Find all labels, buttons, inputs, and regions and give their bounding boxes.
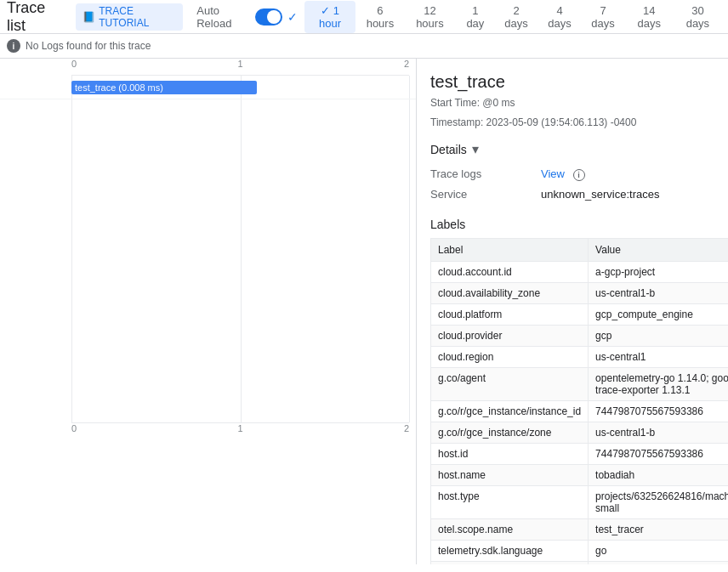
details-header[interactable]: Details ▾: [430, 141, 714, 157]
label-cell: cloud.account.id: [431, 261, 589, 282]
value-cell: us-central1-b: [589, 422, 728, 443]
table-row: cloud.platformgcp_compute_engine: [431, 303, 729, 325]
book-icon: 📘: [82, 11, 95, 23]
check-icon: ✓: [321, 4, 333, 17]
service-label: Service: [430, 188, 541, 201]
info-icon: i: [7, 39, 20, 53]
axis-top-label-0: 0: [71, 59, 77, 69]
trace-timestamp: Timestamp: 2023-05-09 (19:54:06.113) -04…: [430, 115, 714, 131]
value-cell: gcp_compute_engine: [589, 303, 728, 325]
labels-table-body: cloud.account.ida-gcp-projectcloud.avail…: [431, 261, 729, 564]
time-btn-2days[interactable]: 2 days: [496, 1, 537, 33]
chart-grid-line-2: [409, 99, 410, 422]
trace-logs-info-icon[interactable]: i: [573, 169, 585, 181]
label-cell: g.co/r/gce_instance/instance_id: [431, 400, 589, 422]
chart-grid-lines: [71, 99, 409, 422]
label-cell: cloud.platform: [431, 303, 589, 325]
chevron-down-icon: ▾: [472, 141, 479, 157]
trace-logs-value: View i: [541, 167, 714, 181]
time-btn-4days[interactable]: 4 days: [539, 1, 581, 33]
trace-bar-area: test_trace (0.008 ms): [71, 76, 409, 99]
time-btn-30days[interactable]: 30 days: [674, 1, 721, 33]
time-btn-14days[interactable]: 14 days: [626, 1, 673, 33]
label-cell: g.co/agent: [431, 367, 589, 400]
main-content: 0 1 2 test_trace (0.008 ms): [0, 59, 728, 564]
time-btn-1hour[interactable]: ✓ 1 hour: [304, 1, 355, 33]
table-row: cloud.availability_zoneus-central1-b: [431, 282, 729, 303]
value-cell: projects/632526624816/machineTypes/e2-sm…: [589, 485, 728, 518]
left-panel: 0 1 2 test_trace (0.008 ms): [0, 59, 417, 564]
time-btn-6hours[interactable]: 6 hours: [357, 1, 402, 33]
trace-bar-label: test_trace (0.008 ms): [75, 82, 163, 93]
value-cell: a-gcp-project: [589, 261, 728, 282]
trace-logs-link[interactable]: View: [541, 167, 565, 180]
time-btn-12hours[interactable]: 12 hours: [405, 1, 456, 33]
label-cell: telemetry.sdk.language: [431, 540, 589, 561]
table-row: g.co/r/gce_instance/instance_id744798707…: [431, 400, 729, 422]
labels-section: Labels Label Value cloud.account.ida-gcp…: [430, 218, 714, 564]
checkmark-icon: ✓: [287, 10, 298, 24]
right-panel: test_trace Start Time: @0 ms Timestamp: …: [417, 59, 728, 564]
value-cell: test_tracer: [589, 518, 728, 540]
labels-table-head: Label Value: [431, 238, 729, 261]
trace-name: test_trace: [430, 72, 714, 92]
page-title: Trace list: [7, 0, 62, 35]
value-cell: go: [589, 540, 728, 561]
time-btn-1day[interactable]: 1 day: [457, 1, 493, 33]
table-row: otel.scope.nametest_tracer: [431, 518, 729, 540]
label-cell: telemetry.sdk.name: [431, 561, 589, 564]
value-cell: gcp: [589, 325, 728, 346]
table-row: g.co/agentopentelemetry-go 1.14.0; googl…: [431, 367, 729, 400]
value-cell: us-central1: [589, 346, 728, 367]
trace-tutorial-badge[interactable]: 📘 TRACE TUTORIAL: [76, 3, 183, 31]
label-cell: host.type: [431, 485, 589, 518]
label-cell: g.co/r/gce_instance/zone: [431, 422, 589, 443]
col-header-value: Value: [589, 238, 728, 261]
axis-bottom-label-1: 1: [237, 423, 242, 433]
trace-bar[interactable]: test_trace (0.008 ms): [71, 81, 257, 94]
table-row: cloud.providergcp: [431, 325, 729, 346]
time-buttons-group: ✓ 1 hour 6 hours 12 hours 1 day 2 days 4…: [304, 1, 721, 33]
axis-bottom-label-0: 0: [71, 423, 77, 433]
service-value: unknown_service:traces: [541, 188, 714, 201]
axis-bottom-label-2: 2: [404, 423, 409, 433]
value-cell: 7447987075567593386: [589, 443, 728, 464]
labels-title: Labels: [430, 218, 714, 231]
label-cell: cloud.provider: [431, 325, 589, 346]
label-cell: otel.scope.name: [431, 518, 589, 540]
value-cell: tobadiah: [589, 464, 728, 485]
time-btn-7days[interactable]: 7 days: [583, 1, 624, 33]
tutorial-label: TRACE TUTORIAL: [99, 5, 176, 29]
value-cell: opentelemetry: [589, 561, 728, 564]
info-bar: i No Logs found for this trace: [0, 34, 728, 59]
details-label: Details: [430, 143, 467, 156]
auto-reload-section: Auto Reload ✓: [196, 4, 298, 30]
trace-start-time: Start Time: @0 ms: [430, 95, 714, 111]
table-row: telemetry.sdk.nameopentelemetry: [431, 561, 729, 564]
table-row: host.typeprojects/632526624816/machineTy…: [431, 485, 729, 518]
labels-table: Label Value cloud.account.ida-gcp-projec…: [430, 238, 728, 564]
header: Trace list 📘 TRACE TUTORIAL Auto Reload …: [0, 0, 728, 34]
col-header-label: Label: [431, 238, 589, 261]
service-row: Service unknown_service:traces: [430, 184, 714, 204]
label-cell: host.name: [431, 464, 589, 485]
axis-bottom: 0 1 2: [71, 422, 409, 439]
info-message: No Logs found for this trace: [26, 40, 151, 52]
value-cell: 7447987075567593386: [589, 400, 728, 422]
table-row: host.id7447987075567593386: [431, 443, 729, 464]
axis-top-label-1: 1: [237, 59, 242, 69]
label-cell: cloud.region: [431, 346, 589, 367]
grid-line-2: [409, 76, 410, 99]
trace-row[interactable]: test_trace (0.008 ms): [0, 76, 416, 99]
value-cell: opentelemetry-go 1.14.0; google-cloud-tr…: [589, 367, 728, 400]
axis-top: 0 1 2: [71, 59, 409, 76]
label-cell: cloud.availability_zone: [431, 282, 589, 303]
auto-reload-label: Auto Reload: [196, 4, 250, 30]
table-row: cloud.regionus-central1: [431, 346, 729, 367]
axis-top-label-2: 2: [404, 59, 409, 69]
label-cell: host.id: [431, 443, 589, 464]
chart-grid-line-1: [241, 99, 242, 422]
trace-logs-label: Trace logs: [430, 167, 541, 180]
chart-grid-line-0: [71, 99, 72, 422]
auto-reload-toggle[interactable]: [255, 8, 282, 25]
